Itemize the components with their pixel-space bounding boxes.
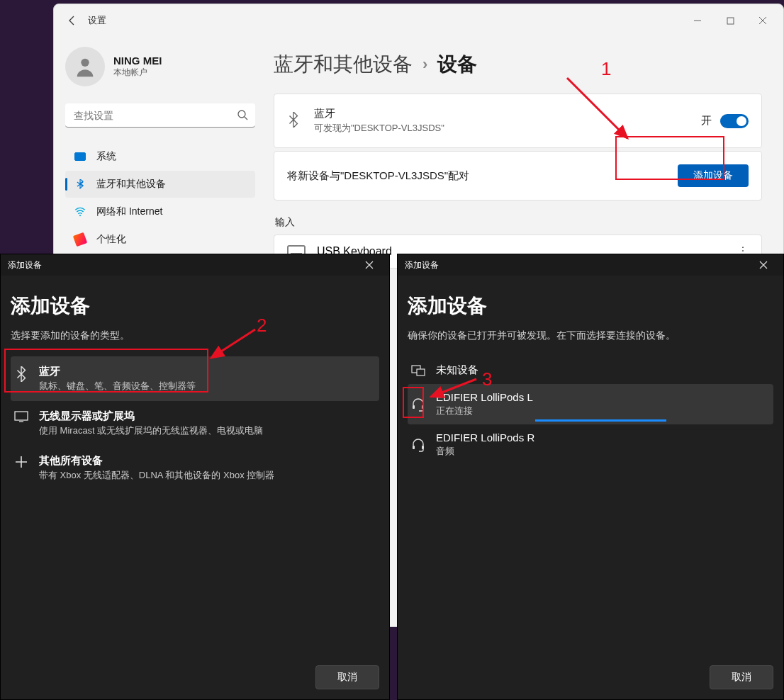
- search-icon: [237, 109, 248, 123]
- nav-label: 网络和 Internet: [96, 205, 162, 218]
- nav-label: 系统: [96, 150, 116, 163]
- dialog-title: 添加设备: [405, 259, 439, 271]
- pair-text: 将新设备与"DESKTOP-VL3JSDS"配对: [287, 169, 678, 183]
- device-name: EDIFIER LolliPods R: [436, 431, 534, 444]
- option-sub: 带有 Xbox 无线适配器、DLNA 和其他设备的 Xbox 控制器: [39, 469, 274, 482]
- dialog-titlebar: 添加设备: [398, 254, 783, 276]
- breadcrumb: 蓝牙和其他设备 › 设备: [274, 51, 762, 78]
- avatar: [65, 47, 105, 86]
- nav-personalize[interactable]: 个性化: [65, 226, 255, 253]
- dialog-header: 添加设备: [408, 293, 773, 320]
- titlebar: 设置: [54, 4, 783, 37]
- nav-system[interactable]: 系统: [65, 143, 255, 170]
- cancel-button[interactable]: 取消: [710, 665, 773, 689]
- profile-sub: 本地帐户: [113, 67, 162, 79]
- nav-network[interactable]: 网络和 Internet: [65, 198, 255, 225]
- dialog-subtitle: 选择要添加的设备的类型。: [11, 329, 379, 342]
- svg-rect-10: [422, 446, 424, 449]
- add-device-dialog-type: 添加设备 添加设备 选择要添加的设备的类型。 蓝牙 鼠标、键盘、笔、音频设备、控…: [0, 254, 390, 700]
- svg-rect-6: [417, 369, 425, 376]
- device-lollipods-l[interactable]: EDIFIER LolliPods L 正在连接: [408, 384, 773, 424]
- back-button[interactable]: [58, 6, 86, 35]
- device-status: 音频: [436, 445, 534, 458]
- option-title: 蓝牙: [39, 365, 196, 378]
- svg-rect-9: [413, 446, 415, 449]
- profile[interactable]: NING MEI 本地帐户: [65, 47, 255, 86]
- display-icon: [13, 410, 29, 422]
- dialog-close-button[interactable]: [357, 254, 382, 276]
- dialog-header: 添加设备: [11, 293, 379, 320]
- option-sub: 使用 Miracast 或无线扩展坞的无线监视器、电视或电脑: [39, 424, 263, 437]
- search-box[interactable]: [65, 103, 255, 128]
- headset-icon: [410, 397, 426, 412]
- bluetooth-toggle[interactable]: [720, 114, 749, 128]
- dialog-title: 添加设备: [8, 259, 42, 271]
- device-name: EDIFIER LolliPods L: [436, 391, 533, 403]
- dialog-titlebar: 添加设备: [1, 254, 389, 276]
- option-sub: 鼠标、键盘、笔、音频设备、控制器等: [39, 380, 196, 393]
- svg-rect-4: [15, 412, 28, 420]
- headset-icon: [410, 438, 426, 452]
- option-wireless-display[interactable]: 无线显示器或扩展坞 使用 Miracast 或无线扩展坞的无线监视器、电视或电脑: [11, 401, 379, 446]
- option-other[interactable]: 其他所有设备 带有 Xbox 无线适配器、DLNA 和其他设备的 Xbox 控制…: [11, 446, 379, 490]
- svg-point-1: [81, 59, 89, 67]
- nav: 系统 蓝牙和其他设备 网络和 Internet 个性化: [65, 143, 255, 253]
- breadcrumb-parent[interactable]: 蓝牙和其他设备: [274, 51, 413, 78]
- option-title: 无线显示器或扩展坞: [39, 410, 263, 423]
- add-device-button[interactable]: 添加设备: [678, 164, 749, 187]
- dialog-close-button[interactable]: [751, 254, 776, 276]
- window-title: 设置: [88, 14, 106, 27]
- svg-rect-8: [422, 405, 424, 409]
- nav-bluetooth[interactable]: 蓝牙和其他设备: [65, 171, 255, 198]
- svg-rect-7: [413, 405, 415, 409]
- svg-point-3: [79, 215, 81, 216]
- input-section-label: 输入: [275, 216, 762, 229]
- nav-label: 个性化: [96, 233, 126, 246]
- network-icon: [74, 205, 86, 218]
- svg-point-2: [238, 111, 245, 118]
- system-icon: [74, 150, 86, 163]
- profile-name: NING MEI: [113, 55, 162, 67]
- cancel-button[interactable]: 取消: [315, 665, 379, 689]
- connecting-progress: [535, 419, 773, 422]
- bluetooth-icon: [13, 365, 29, 382]
- dialog-subtitle: 确保你的设备已打开并可被发现。在下面选择要连接的设备。: [408, 329, 773, 342]
- breadcrumb-current: 设备: [437, 51, 477, 78]
- bt-state-label: 开: [701, 114, 712, 128]
- svg-rect-0: [727, 18, 734, 24]
- device-name: 未知设备: [436, 363, 478, 377]
- bluetooth-icon: [74, 178, 86, 191]
- search-input[interactable]: [65, 103, 255, 128]
- maximize-button[interactable]: [714, 4, 746, 37]
- close-button[interactable]: [746, 4, 779, 37]
- bt-sub: 可发现为"DESKTOP-VL3JSDS": [314, 122, 701, 135]
- chevron-right-icon: ›: [422, 55, 427, 74]
- personalize-icon: [74, 233, 86, 246]
- minimize-button[interactable]: [681, 4, 714, 37]
- bluetooth-card: 蓝牙 可发现为"DESKTOP-VL3JSDS" 开: [274, 94, 762, 148]
- device-status: 正在连接: [436, 405, 533, 417]
- plus-icon: [13, 454, 29, 468]
- device-unknown[interactable]: 未知设备: [408, 356, 773, 384]
- device-unknown-icon: [410, 365, 426, 376]
- nav-label: 蓝牙和其他设备: [96, 178, 166, 191]
- pair-card: 将新设备与"DESKTOP-VL3JSDS"配对 添加设备: [274, 151, 762, 201]
- add-device-dialog-list: 添加设备 添加设备 确保你的设备已打开并可被发现。在下面选择要连接的设备。 未知…: [397, 254, 784, 700]
- device-lollipods-r[interactable]: EDIFIER LolliPods R 音频: [408, 424, 773, 465]
- option-bluetooth[interactable]: 蓝牙 鼠标、键盘、笔、音频设备、控制器等: [11, 356, 379, 401]
- bluetooth-icon: [287, 112, 301, 130]
- bt-title: 蓝牙: [314, 107, 701, 120]
- option-title: 其他所有设备: [39, 454, 274, 468]
